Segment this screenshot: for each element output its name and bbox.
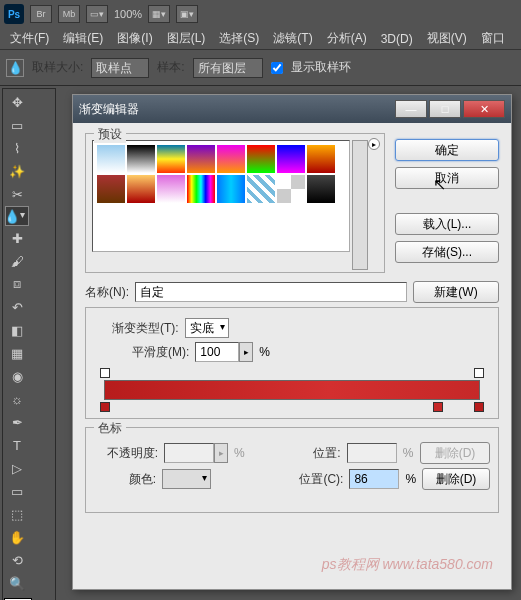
- preset-10[interactable]: [157, 175, 185, 203]
- menu-file[interactable]: 文件(F): [4, 28, 55, 49]
- save-button[interactable]: 存储(S)...: [395, 241, 499, 263]
- sample-size-select[interactable]: 取样点: [91, 58, 149, 78]
- wand-tool[interactable]: ✨: [5, 160, 29, 182]
- preset-13[interactable]: [247, 175, 275, 203]
- marquee-tool[interactable]: ▭: [5, 114, 29, 136]
- zoom-level[interactable]: 100%: [114, 8, 142, 20]
- ok-button[interactable]: 确定: [395, 139, 499, 161]
- menu-window[interactable]: 窗口: [475, 28, 511, 49]
- gradient-editor-dialog: 渐变编辑器 — □ ✕ 预设 ▸ 确定 取消 载入(L)... 存储(S)...…: [72, 94, 512, 590]
- layout-button[interactable]: ▭▾: [86, 5, 108, 23]
- dodge-tool[interactable]: ☼: [5, 388, 29, 410]
- preset-scrollbar[interactable]: [352, 140, 368, 270]
- delete2-button[interactable]: 删除(D): [422, 468, 490, 490]
- color-stop-right[interactable]: [474, 402, 484, 412]
- menu-image[interactable]: 图像(I): [111, 28, 158, 49]
- dialog-title: 渐变编辑器: [79, 101, 393, 118]
- load-button[interactable]: 载入(L)...: [395, 213, 499, 235]
- sample-label: 样本:: [157, 59, 184, 76]
- new-button[interactable]: 新建(W): [413, 281, 499, 303]
- color-label: 颜色:: [94, 471, 156, 488]
- opacity-stop-left[interactable]: [100, 368, 110, 378]
- minimize-button[interactable]: —: [395, 100, 427, 118]
- brush-tool[interactable]: 🖌: [5, 250, 29, 272]
- bridge-button[interactable]: Br: [30, 5, 52, 23]
- screen-mode-button[interactable]: ▣▾: [176, 5, 198, 23]
- maximize-button[interactable]: □: [429, 100, 461, 118]
- presets-menu-icon[interactable]: ▸: [368, 138, 380, 150]
- preset-9[interactable]: [127, 175, 155, 203]
- preset-12[interactable]: [217, 175, 245, 203]
- stops-legend: 色标: [94, 420, 126, 437]
- cancel-button[interactable]: 取消: [395, 167, 499, 189]
- dialog-titlebar[interactable]: 渐变编辑器 — □ ✕: [73, 95, 511, 123]
- color-stop-left[interactable]: [100, 402, 110, 412]
- type-tool[interactable]: T: [5, 434, 29, 456]
- watermark: ps教程网 www.tata580.com: [322, 555, 493, 573]
- name-input[interactable]: [135, 282, 407, 302]
- pos1-label: 位置:: [277, 445, 341, 462]
- opacity-stop-right[interactable]: [474, 368, 484, 378]
- gradient-bar[interactable]: [96, 368, 488, 412]
- type-select[interactable]: 实底: [185, 318, 229, 338]
- app-top-bar: Ps Br Mb ▭▾ 100% ▦▾ ▣▾: [0, 0, 521, 28]
- color-stop-86[interactable]: [433, 402, 443, 412]
- menu-edit[interactable]: 编辑(E): [57, 28, 109, 49]
- preset-5[interactable]: [247, 145, 275, 173]
- preset-4[interactable]: [217, 145, 245, 173]
- blur-tool[interactable]: ◉: [5, 365, 29, 387]
- close-button[interactable]: ✕: [463, 100, 505, 118]
- rotate-tool[interactable]: ⟲: [5, 549, 29, 571]
- app-logo: Ps: [4, 4, 24, 24]
- toolbox: ✥▭ ⌇✨ ✂💧 ✚🖌 ⧈↶ ◧▦ ◉☼ ✒T ▷▭ ⬚✋ ⟲🔍: [2, 88, 56, 600]
- hand-tool[interactable]: ✋: [5, 526, 29, 548]
- gradient-tool[interactable]: ▦: [5, 342, 29, 364]
- pen-tool[interactable]: ✒: [5, 411, 29, 433]
- shape-tool[interactable]: ▭: [5, 480, 29, 502]
- preset-6[interactable]: [277, 145, 305, 173]
- zoom-tool[interactable]: 🔍: [5, 572, 29, 594]
- heal-tool[interactable]: ✚: [5, 227, 29, 249]
- 3d-tool[interactable]: ⬚: [5, 503, 29, 525]
- preset-1[interactable]: [127, 145, 155, 173]
- menu-view[interactable]: 视图(V): [421, 28, 473, 49]
- path-tool[interactable]: ▷: [5, 457, 29, 479]
- options-bar: 💧 取样大小: 取样点 样本: 所有图层 显示取样环: [0, 50, 521, 86]
- show-ring-label: 显示取样环: [291, 59, 351, 76]
- sample-layers-select[interactable]: 所有图层: [193, 58, 263, 78]
- smooth-spinner[interactable]: ▸: [239, 342, 253, 362]
- eyedropper-icon[interactable]: 💧: [6, 59, 24, 77]
- opacity-input: [164, 443, 214, 463]
- preset-11[interactable]: [187, 175, 215, 203]
- color-select[interactable]: [162, 469, 211, 489]
- move-tool[interactable]: ✥: [5, 91, 29, 113]
- minibridge-button[interactable]: Mb: [58, 5, 80, 23]
- menu-filter[interactable]: 滤镜(T): [267, 28, 318, 49]
- eyedropper-tool[interactable]: 💧: [5, 206, 29, 226]
- arrange-button[interactable]: ▦▾: [148, 5, 170, 23]
- menu-select[interactable]: 选择(S): [213, 28, 265, 49]
- menu-analysis[interactable]: 分析(A): [321, 28, 373, 49]
- preset-0[interactable]: [97, 145, 125, 173]
- stamp-tool[interactable]: ⧈: [5, 273, 29, 295]
- smooth-label: 平滑度(M):: [132, 344, 189, 361]
- pos2-input[interactable]: [349, 469, 399, 489]
- preset-2[interactable]: [157, 145, 185, 173]
- show-ring-checkbox[interactable]: [271, 62, 283, 74]
- name-label: 名称(N):: [85, 284, 129, 301]
- history-brush-tool[interactable]: ↶: [5, 296, 29, 318]
- lasso-tool[interactable]: ⌇: [5, 137, 29, 159]
- preset-7[interactable]: [307, 145, 335, 173]
- pos1-input: [347, 443, 397, 463]
- preset-15[interactable]: [307, 175, 335, 203]
- menu-3d[interactable]: 3D(D): [375, 30, 419, 48]
- eraser-tool[interactable]: ◧: [5, 319, 29, 341]
- preset-grid: [92, 140, 350, 252]
- type-label: 渐变类型(T):: [112, 320, 179, 337]
- preset-3[interactable]: [187, 145, 215, 173]
- preset-8[interactable]: [97, 175, 125, 203]
- smooth-input[interactable]: [195, 342, 239, 362]
- crop-tool[interactable]: ✂: [5, 183, 29, 205]
- preset-14[interactable]: [277, 175, 305, 203]
- menu-layer[interactable]: 图层(L): [161, 28, 212, 49]
